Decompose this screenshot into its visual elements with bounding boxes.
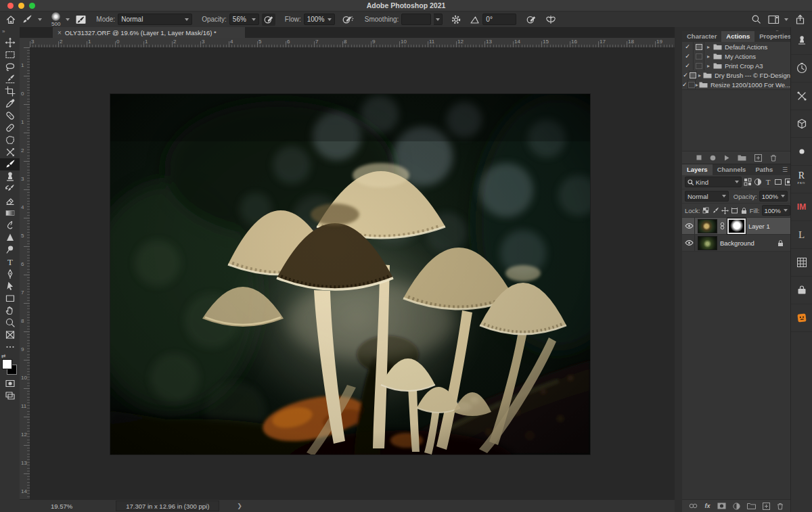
brush-picker-chevron-icon[interactable] — [66, 18, 70, 21]
filter-type-layers-icon[interactable]: T — [764, 178, 772, 186]
delete-layer-icon[interactable] — [777, 503, 784, 510]
grid-panel-icon[interactable] — [791, 249, 812, 277]
home-icon[interactable] — [5, 14, 16, 25]
tool-clone-stamp[interactable] — [0, 170, 20, 183]
smoothing-input[interactable] — [401, 14, 431, 25]
tool-marquee[interactable] — [0, 49, 20, 61]
tool-dodge[interactable] — [0, 243, 20, 256]
edit-toolbar-ellipsis-icon[interactable] — [0, 341, 20, 353]
layer-effects-fx-icon[interactable]: fx — [704, 503, 710, 509]
layer-row-layer-1[interactable]: Layer 1 — [682, 218, 790, 235]
tool-content-aware-move[interactable] — [0, 146, 20, 158]
airbrush-icon[interactable] — [342, 14, 354, 25]
lock-transparency-icon[interactable] — [702, 207, 710, 214]
action-row[interactable]: ✓ ▸ Resize 1200/1000 For We... — [682, 80, 790, 89]
tab-close-icon[interactable]: × — [58, 29, 62, 37]
layer-mask-thumbnail[interactable] — [727, 218, 746, 234]
tool-frame[interactable] — [0, 329, 20, 341]
smoothing-chevron-icon[interactable] — [434, 14, 443, 25]
visibility-eye-icon[interactable] — [684, 235, 695, 251]
tools-panel-icon[interactable] — [791, 83, 812, 110]
canvas-pasteboard[interactable] — [30, 47, 675, 500]
layer-thumbnail[interactable] — [698, 219, 717, 233]
lock-position-icon[interactable] — [721, 207, 729, 214]
tool-pen[interactable] — [0, 268, 20, 280]
blend-mode-select[interactable]: Normal — [118, 14, 192, 25]
tab-channels[interactable]: Channels — [713, 164, 751, 175]
tool-zoom[interactable] — [0, 317, 20, 329]
brush-preset-chevron-icon[interactable] — [38, 18, 42, 21]
tool-healing-brush[interactable] — [0, 122, 20, 134]
new-layer-icon[interactable] — [763, 503, 770, 510]
brush-angle-input[interactable]: 0° — [482, 14, 516, 25]
tool-patch[interactable] — [0, 134, 20, 146]
screen-mode-button[interactable] — [0, 390, 20, 402]
tool-gradient[interactable] — [0, 207, 20, 219]
horizontal-ruler[interactable]: 32101234567891011121314151617181920 — [30, 38, 675, 48]
tool-hand[interactable] — [0, 304, 20, 317]
canvas-image[interactable] — [110, 94, 590, 455]
tool-eyedropper[interactable] — [0, 97, 20, 110]
action-row[interactable]: ✓ ▸ Dry Brush --- © FD-Design — [682, 70, 790, 80]
tool-type[interactable]: T — [0, 256, 20, 268]
stop-icon[interactable] — [696, 155, 702, 160]
vertical-ruler[interactable]: 101234567891011121314 — [20, 47, 30, 500]
im-plugin-icon[interactable]: IM — [791, 193, 812, 221]
adjustment-layer-icon[interactable] — [733, 503, 740, 510]
symmetry-butterfly-icon[interactable] — [545, 14, 557, 25]
swap-colors-icon[interactable]: ⇄ — [1, 353, 6, 359]
background-lock-icon[interactable] — [777, 239, 784, 247]
new-action-icon[interactable] — [754, 154, 762, 162]
pressure-size-icon[interactable] — [526, 14, 537, 25]
orange-cube-plugin-icon[interactable] — [791, 304, 812, 332]
tool-object-selection[interactable] — [0, 73, 20, 85]
document-dimensions[interactable]: 17.307 in x 12.96 in (300 ppi) — [116, 501, 219, 511]
layer-name[interactable]: Layer 1 — [748, 223, 770, 230]
brush-preset-picker[interactable]: 500 — [51, 12, 60, 27]
tool-eraser[interactable] — [0, 195, 20, 207]
foreground-color-swatch[interactable] — [2, 359, 12, 369]
action-row[interactable]: ✓ ▸ My Actions — [682, 51, 790, 61]
layer-thumbnail[interactable] — [698, 236, 717, 250]
lock-all-icon[interactable] — [740, 207, 748, 214]
document-tab[interactable]: × OLY31327.ORF @ 19.6% (Layer 1, Layer M… — [53, 27, 245, 38]
l-plugin-icon[interactable]: L — [791, 221, 812, 249]
new-group-folder-icon[interactable] — [747, 503, 756, 509]
3d-cube-panel-icon[interactable] — [791, 110, 812, 138]
tool-shape-rectangle[interactable] — [0, 292, 20, 304]
zoom-level-field[interactable]: 19.57% — [51, 503, 72, 510]
layer-name[interactable]: Background — [720, 239, 754, 247]
timer-panel-icon[interactable] — [791, 55, 812, 83]
new-set-folder-icon[interactable] — [738, 154, 746, 161]
toolbar-collapse-icon[interactable]: » — [0, 27, 22, 37]
bag-panel-icon[interactable] — [791, 277, 812, 304]
opacity-select[interactable]: 56% — [229, 14, 259, 25]
status-chevron-icon[interactable]: ❯ — [237, 503, 242, 509]
brush-tool-icon[interactable] — [22, 14, 32, 25]
tool-path-selection[interactable] — [0, 280, 20, 292]
play-icon[interactable] — [724, 155, 729, 161]
flow-select[interactable]: 100% — [304, 14, 335, 25]
tab-layers[interactable]: Layers — [682, 164, 713, 175]
workspace-switcher[interactable] — [768, 15, 788, 24]
filter-adjustment-layers-icon[interactable] — [754, 178, 762, 186]
toggle-brush-settings-icon[interactable] — [75, 14, 87, 25]
mask-link-icon[interactable] — [720, 222, 725, 230]
tab-actions[interactable]: Actions — [721, 31, 754, 42]
dot-panel-icon[interactable] — [791, 138, 812, 166]
tool-history-brush[interactable] — [0, 183, 20, 195]
tab-paths[interactable]: Paths — [750, 164, 777, 175]
layer-opacity-select[interactable]: 100% — [759, 191, 788, 202]
filter-shape-layers-icon[interactable] — [774, 178, 782, 186]
tool-smudge[interactable] — [0, 219, 20, 231]
link-layers-icon[interactable] — [689, 503, 698, 509]
color-swatches[interactable]: ⇄ — [0, 354, 20, 377]
search-icon[interactable] — [751, 14, 761, 24]
tool-spot-healing[interactable] — [0, 110, 20, 122]
layer-blend-mode-select[interactable]: Normal — [685, 191, 729, 202]
filter-type-select[interactable]: Kind — [685, 177, 742, 187]
action-row[interactable]: ✓ ▸ Default Actions — [682, 42, 790, 51]
add-layer-mask-icon[interactable] — [717, 503, 726, 509]
tool-lasso[interactable] — [0, 61, 20, 73]
smoothing-gear-icon[interactable] — [451, 14, 461, 25]
